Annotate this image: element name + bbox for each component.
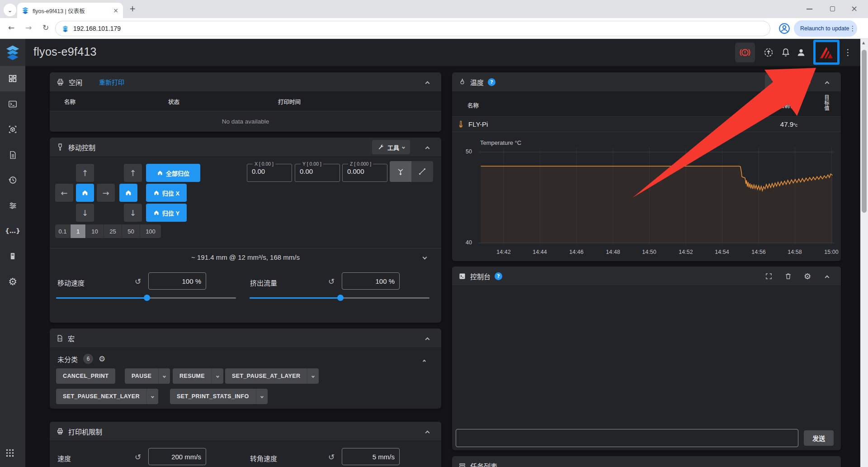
sidebar-item-console[interactable]: [0, 91, 25, 117]
macro-resume[interactable]: RESUME: [173, 368, 223, 384]
step-50-button[interactable]: 50: [122, 224, 140, 238]
presets-dropdown-button[interactable]: [765, 74, 791, 90]
scv-reset-icon[interactable]: ↺: [328, 453, 335, 462]
line-move-toggle[interactable]: [411, 161, 433, 182]
reprint-link[interactable]: 重新打印: [99, 77, 124, 86]
scrollbar-up-arrow[interactable]: ▲: [862, 41, 865, 45]
console-command-input[interactable]: [456, 429, 798, 447]
macro-set-print-stats-info[interactable]: SET_PRINT_STATS_INFO: [170, 389, 268, 404]
extrusion-summary-row[interactable]: ~ 191.4 mm @ 12 mm³/s, 168 mm/s: [50, 248, 441, 266]
velocity-input[interactable]: [148, 448, 206, 465]
temp-settings-gear-icon[interactable]: ⚙: [800, 74, 815, 90]
speed-slider-thumb[interactable]: [144, 295, 150, 301]
window-minimize-icon[interactable]: [807, 9, 812, 10]
step-25-button[interactable]: 25: [104, 224, 122, 238]
sidebar-item-jobs[interactable]: [0, 142, 25, 167]
home-x-button[interactable]: 归位 X: [146, 184, 187, 202]
url-field[interactable]: 192.168.101.179: [55, 21, 770, 36]
home-x-icon-button[interactable]: [76, 184, 94, 202]
status-collapse-button[interactable]: [420, 74, 435, 90]
home-y-icon-button[interactable]: [119, 184, 137, 202]
home-all-button[interactable]: 全部归位: [146, 164, 200, 182]
sidebar-item-dashboard[interactable]: [0, 66, 25, 91]
velocity-reset-icon[interactable]: ↺: [135, 453, 141, 462]
home-y-button[interactable]: 归位 Y: [146, 204, 187, 222]
speed-reset-icon[interactable]: ↺: [135, 277, 141, 286]
macro-caret-button[interactable]: [256, 389, 268, 404]
macros-collapse-button[interactable]: [420, 330, 435, 346]
browser-profile-icon[interactable]: [778, 23, 790, 34]
tab-search-button[interactable]: ⌄: [4, 4, 16, 16]
console-help-icon[interactable]: ?: [495, 272, 502, 280]
jog-y-plus-button[interactable]: ↑: [76, 164, 94, 182]
sidebar-item-history[interactable]: [0, 167, 25, 193]
x-position-field[interactable]: X [ 0.00 ] 0.00: [247, 161, 292, 182]
console-clear-button[interactable]: [780, 268, 796, 284]
emergency-stop-button[interactable]: [735, 43, 755, 62]
step-100-button[interactable]: 100: [140, 224, 161, 238]
window-close-icon[interactable]: ×: [851, 4, 858, 13]
toolhead-move-toggle[interactable]: [390, 161, 411, 182]
macro-set-pause-next-layer[interactable]: SET_PAUSE_NEXT_LAYER: [56, 389, 158, 404]
limits-collapse-button[interactable]: [420, 424, 435, 439]
sidebar-item-tune[interactable]: [0, 193, 25, 218]
klipper-triangle-logo-icon[interactable]: [818, 45, 835, 60]
macro-pause[interactable]: PAUSE: [125, 368, 170, 384]
summary-expand-button[interactable]: [417, 249, 432, 265]
sensor-row[interactable]: FLY-Pi 47.9°c: [452, 117, 841, 132]
flow-slider-thumb[interactable]: [337, 295, 344, 301]
macro-settings-gear-icon[interactable]: ⚙: [99, 354, 105, 363]
temperature-chart[interactable]: [478, 148, 835, 244]
macro-group-row[interactable]: 未分类 6 ⚙: [57, 354, 105, 364]
browser-forward-icon[interactable]: →: [25, 23, 32, 32]
console-collapse-button[interactable]: [819, 268, 835, 284]
y-position-field[interactable]: Y [ 0.00 ] 0.00: [295, 161, 340, 182]
tools-dropdown-button[interactable]: 工具: [372, 140, 410, 154]
scv-input[interactable]: [342, 448, 400, 465]
sidebar-item-configure[interactable]: {…}: [0, 218, 25, 243]
temp-help-icon[interactable]: ?: [488, 78, 495, 86]
macro-cancel-print[interactable]: CANCEL_PRINT: [56, 368, 115, 384]
temp-collapse-button[interactable]: [819, 74, 835, 90]
move-collapse-button[interactable]: [420, 139, 435, 155]
app-logo[interactable]: [0, 39, 25, 66]
new-tab-button[interactable]: +: [129, 4, 136, 13]
macro-caret-button[interactable]: [212, 368, 223, 384]
jog-z-plus-button[interactable]: ↑: [124, 164, 142, 182]
browser-refresh-icon[interactable]: ↻: [42, 23, 49, 32]
step-10-button[interactable]: 10: [86, 224, 104, 238]
relaunch-button[interactable]: Relaunch to update ⋮: [794, 20, 857, 37]
window-maximize-icon[interactable]: [830, 6, 835, 11]
sidebar-item-gcode-preview[interactable]: [0, 117, 25, 142]
jog-z-minus-button[interactable]: ↓: [124, 204, 142, 222]
console-fullscreen-button[interactable]: [761, 268, 776, 284]
appbar-menu-icon[interactable]: ⋮: [844, 47, 852, 57]
scrollbar-thumb[interactable]: [862, 50, 867, 213]
macro-set-pause-at-layer[interactable]: SET_PAUSE_AT_LAYER: [225, 368, 319, 384]
sidebar-apps-button[interactable]: [5, 448, 15, 458]
browser-tab[interactable]: flyos-e9f413 | 仪表板 ×: [17, 3, 123, 18]
flow-reset-icon[interactable]: ↺: [328, 277, 335, 286]
step-0.1-button[interactable]: 0.1: [55, 224, 71, 238]
jog-x-minus-button[interactable]: ←: [55, 184, 73, 202]
macro-caret-button[interactable]: [307, 368, 319, 384]
jog-x-plus-button[interactable]: →: [97, 184, 115, 202]
chrome-menu-icon[interactable]: ⋮: [849, 24, 856, 33]
speed-input[interactable]: [148, 272, 206, 290]
z-position-field[interactable]: Z [ 0.000 ] 0.000: [342, 161, 387, 182]
page-scrollbar[interactable]: ▲: [860, 39, 868, 467]
macro-group-collapse[interactable]: [423, 355, 425, 363]
macro-caret-button[interactable]: [146, 389, 158, 404]
console-settings-gear-icon[interactable]: ⚙: [800, 268, 815, 284]
browser-back-icon[interactable]: ←: [8, 23, 14, 32]
user-button[interactable]: [791, 43, 811, 62]
jog-y-minus-button[interactable]: ↓: [76, 204, 94, 222]
tab-close-icon[interactable]: ×: [113, 7, 118, 14]
sidebar-item-settings[interactable]: ⚙: [0, 269, 25, 294]
sidebar-item-system[interactable]: [0, 243, 25, 269]
step-1-button[interactable]: 1: [71, 224, 86, 238]
macro-caret-button[interactable]: [158, 368, 170, 384]
console-output[interactable]: [452, 286, 841, 422]
console-send-button[interactable]: 发送: [804, 430, 834, 446]
flow-input[interactable]: [342, 272, 400, 290]
